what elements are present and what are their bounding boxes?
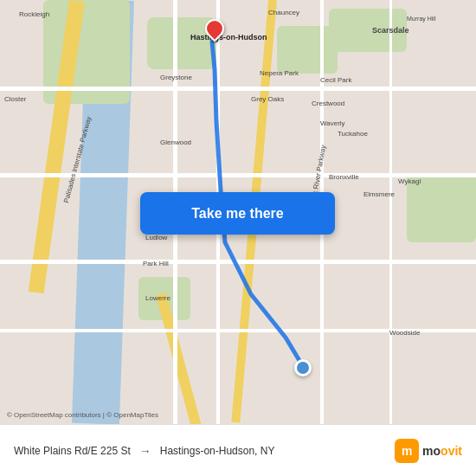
moovit-icon: m (395, 439, 419, 463)
road-v4 (389, 0, 392, 424)
label-cecilpark: Cecil Park (320, 76, 351, 84)
road-h3 (0, 260, 476, 264)
label-greystone: Greystone (160, 74, 192, 81)
label-ludlow: Ludlow (145, 234, 167, 241)
route-arrow-icon: → (139, 444, 151, 458)
moovit-logo: m moovit (395, 439, 462, 463)
label-parkhill: Park Hill (143, 260, 169, 267)
label-nepera: Nepera Park (260, 69, 299, 77)
label-crestwood: Crestwood (312, 100, 344, 107)
label-tuckahoe: Tuckahoe (338, 130, 368, 138)
road-h1 (0, 87, 476, 91)
label-closter: Closter (4, 95, 26, 103)
route-info: White Plains Rd/E 225 St → Hastings-on-H… (14, 444, 395, 458)
route-destination: Hastings-on-Hudson, NY (160, 445, 275, 457)
route-origin: White Plains Rd/E 225 St (14, 445, 131, 457)
label-murray: Murray Hill (407, 16, 435, 22)
bottom-bar: White Plains Rd/E 225 St → Hastings-on-H… (0, 424, 476, 476)
label-scarsdale: Scarsdale (372, 26, 409, 35)
take-me-there-label: Take me there (191, 206, 283, 222)
label-rockleigh: Rockleigh (19, 10, 49, 18)
label-lowerre: Lowerre (145, 294, 170, 302)
label-elsmere: Elmsmere (363, 190, 395, 198)
label-bronxville: Bronxville (329, 173, 359, 181)
label-waverly: Waverly (320, 119, 345, 127)
moovit-wordmark: moovit (422, 444, 462, 458)
app-container: Rockleigh Closter Hastings-on-Hudson Gre… (0, 0, 476, 476)
map-copyright: © OpenStreetMap contributors | © OpenMap… (7, 411, 158, 419)
label-wykagl: Wykagl (398, 177, 421, 185)
pin-head (201, 15, 228, 42)
label-greyoaks: Grey Oaks (251, 95, 284, 103)
label-chauncey: Chauncey (268, 9, 299, 16)
label-glenwood: Glenwood (160, 138, 191, 146)
label-hastings: Hastings-on-Hudson (190, 33, 267, 42)
map-container: Rockleigh Closter Hastings-on-Hudson Gre… (0, 0, 476, 424)
destination-dot (294, 359, 312, 376)
label-woodside: Woodside (389, 329, 420, 337)
take-me-there-button[interactable]: Take me there (140, 192, 335, 235)
origin-pin (205, 19, 224, 43)
